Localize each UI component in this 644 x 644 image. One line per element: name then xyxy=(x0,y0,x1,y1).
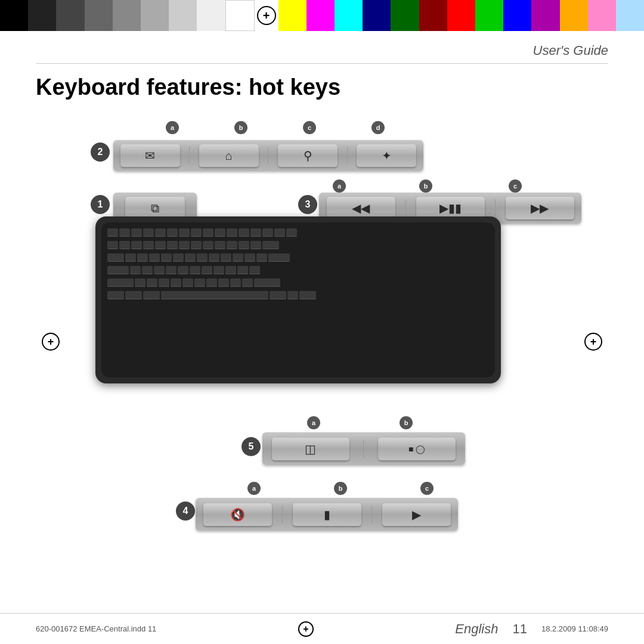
key-y xyxy=(185,253,196,262)
key-k xyxy=(213,266,224,274)
key-f4 xyxy=(155,228,166,237)
strip2-key-email[interactable]: ✉ xyxy=(120,144,180,167)
sep3 xyxy=(347,147,348,165)
strip3-label-c: c xyxy=(509,179,522,193)
swatch-light2 xyxy=(197,0,225,31)
sep1 xyxy=(189,147,190,165)
favorites-icon: ✦ xyxy=(382,148,392,163)
key-d xyxy=(154,266,165,274)
key-scrlk xyxy=(274,228,285,237)
tab-row xyxy=(105,252,491,263)
key-n xyxy=(194,278,205,287)
strip1-number: 1 xyxy=(91,195,110,214)
swatch-black xyxy=(0,0,28,31)
key-2 xyxy=(131,241,142,249)
strip4-key-voldown[interactable]: ▮ xyxy=(293,503,361,526)
sep5 xyxy=(495,199,496,217)
key-tilde xyxy=(107,241,118,249)
keyboard-body xyxy=(101,222,495,377)
footer-date-info: 18.2.2009 11:08:49 xyxy=(541,624,608,633)
key-caps xyxy=(107,266,129,274)
key-rctrl xyxy=(299,291,316,299)
footer-file-info: 620-001672 EMEA-Central.indd 11 xyxy=(36,624,156,633)
key-f8 xyxy=(203,228,213,237)
mute-icon: 🔇 xyxy=(230,507,245,522)
strip4-label-c: c xyxy=(420,482,434,495)
next-track-icon: ▶▶ xyxy=(531,201,549,215)
strip2-number: 2 xyxy=(91,143,110,162)
key-f7 xyxy=(191,228,202,237)
footer-right-group: English 11 18.2.2009 11:08:49 xyxy=(455,621,608,637)
strip-5: ◫ ■ ◯ xyxy=(262,432,465,465)
strip2-label-c: c xyxy=(303,121,316,134)
num-row xyxy=(105,240,491,250)
key-lwin xyxy=(125,291,142,299)
app-icon: ⧉ xyxy=(151,202,159,215)
key-plus xyxy=(250,241,261,249)
page-title: Keyboard features: hot keys xyxy=(36,75,608,100)
key-c xyxy=(159,278,169,287)
strip4-key-mute[interactable]: 🔇 xyxy=(203,503,272,526)
swatch-red xyxy=(447,0,475,31)
key-p xyxy=(233,253,243,262)
swatch-blue xyxy=(503,0,531,31)
strip4-label-b: b xyxy=(334,482,347,495)
strip4-number: 4 xyxy=(176,501,195,521)
key-tab xyxy=(107,253,124,262)
strip-2: ✉ ⌂ ⚲ ✦ xyxy=(113,140,423,171)
strip2-label-d: d xyxy=(371,121,385,134)
swatch-cyan xyxy=(335,0,363,31)
swatch-darkgreen xyxy=(391,0,419,31)
key-lalt xyxy=(143,291,160,299)
key-f xyxy=(166,266,177,274)
key-space xyxy=(161,291,268,299)
key-period xyxy=(230,278,241,287)
swatch-gray1 xyxy=(85,0,113,31)
key-s xyxy=(142,266,153,274)
search-icon: ⚲ xyxy=(304,148,312,163)
key-l xyxy=(225,266,236,274)
vol-up-icon: ▶ xyxy=(412,507,421,522)
strip3-label-b: b xyxy=(419,179,432,193)
strip5-label-a: a xyxy=(307,416,320,429)
swatch-gray3 xyxy=(141,0,169,31)
key-comma xyxy=(218,278,229,287)
key-f5 xyxy=(167,228,178,237)
strip2-key-home[interactable]: ⌂ xyxy=(199,144,259,167)
swatch-yellow xyxy=(278,0,306,31)
key-1 xyxy=(119,241,130,249)
key-0 xyxy=(227,241,237,249)
key-rbracket xyxy=(256,253,267,262)
footer: 620-001672 EMEA-Central.indd 11 + Englis… xyxy=(0,613,644,644)
key-q xyxy=(125,253,136,262)
email-icon: ✉ xyxy=(145,148,155,163)
strip5-key-power[interactable]: ■ ◯ xyxy=(378,438,456,460)
key-7 xyxy=(191,241,202,249)
key-u xyxy=(197,253,208,262)
key-v xyxy=(171,278,181,287)
strip4-key-volup[interactable]: ▶ xyxy=(382,503,451,526)
swatch-purple xyxy=(531,0,559,31)
users-guide-title: User's Guide xyxy=(533,43,608,58)
strip2-key-search[interactable]: ⚲ xyxy=(278,144,338,167)
swatch-magenta xyxy=(306,0,335,31)
strip5-label-b: b xyxy=(400,416,413,429)
strip3-key-next[interactable]: ▶▶ xyxy=(506,197,574,219)
power-icon: ■ ◯ xyxy=(408,444,425,454)
swatch-orange xyxy=(560,0,588,31)
swatch-pink xyxy=(588,0,616,31)
shift-row xyxy=(105,277,491,288)
key-j xyxy=(202,266,212,274)
swatch-dark2 xyxy=(56,0,84,31)
home-icon: ⌂ xyxy=(225,149,233,163)
top-color-bar xyxy=(0,0,644,31)
caps-row xyxy=(105,265,491,275)
key-up xyxy=(287,291,298,299)
sep7 xyxy=(282,506,283,524)
sep4 xyxy=(405,199,406,217)
strip2-key-favorites[interactable]: ✦ xyxy=(357,144,416,167)
strip5-key-calc[interactable]: ◫ xyxy=(272,438,349,460)
key-prtsc xyxy=(262,228,273,237)
key-w xyxy=(137,253,148,262)
key-g xyxy=(178,266,188,274)
